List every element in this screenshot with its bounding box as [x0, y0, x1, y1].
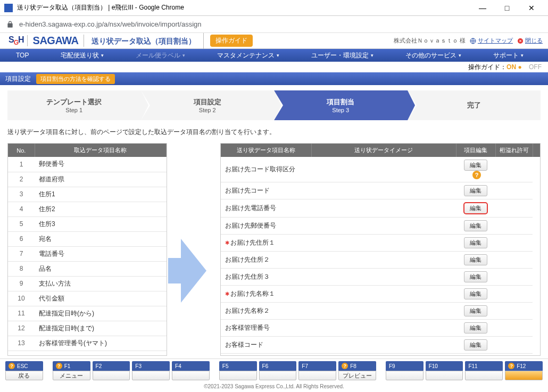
table-row[interactable]: 1郵便番号: [8, 157, 167, 172]
fk-label: F5: [219, 361, 257, 371]
nav-item[interactable]: メール便ラベル▾: [120, 49, 201, 62]
table-row[interactable]: 2都道府県: [8, 172, 167, 187]
guide-on[interactable]: ON: [507, 63, 516, 71]
nav-item[interactable]: ユーザー・環境設定▾: [295, 49, 389, 62]
table-row[interactable]: 7電話番号: [8, 246, 167, 261]
edit-button[interactable]: 編集: [464, 305, 487, 316]
edit-button[interactable]: 編集: [463, 202, 488, 214]
fk-button: [465, 371, 503, 380]
row-no: 4: [8, 202, 35, 216]
fk-button[interactable]: メニュー: [53, 371, 90, 380]
row-no: 5: [8, 216, 35, 231]
sitemap-link[interactable]: サイトマップ: [478, 37, 513, 44]
fk-label: F3: [132, 361, 170, 371]
row-name: お客様コード: [221, 337, 311, 354]
fk-button[interactable]: プレビュー: [338, 371, 376, 380]
minimize-button[interactable]: —: [470, 0, 495, 16]
fk-button: [132, 371, 170, 380]
table-row: お届け先名称２編集: [221, 303, 540, 320]
confirm-method-button[interactable]: 項目割当の方法を確認する: [36, 74, 115, 84]
right-table: 送り状データ項目名称送り状データイメージ項目編集桁溢れ許可 お届け先コード取得区…: [221, 144, 540, 356]
row-overflow-cell: [495, 252, 533, 269]
operation-guide-button[interactable]: 操作ガイド: [210, 35, 253, 47]
table-row[interactable]: 4住所2: [8, 202, 167, 216]
row-name: お届け先コード: [221, 182, 311, 199]
table-row: お客様管理番号編集: [221, 320, 540, 337]
table-row[interactable]: 8品名: [8, 261, 167, 276]
table-row[interactable]: 6宛名: [8, 231, 167, 246]
row-image: [311, 269, 456, 286]
nav-item[interactable]: 宅配便送り状▾: [45, 49, 120, 62]
edit-button[interactable]: 編集: [464, 322, 487, 333]
footer: ©2021-2023 Sagawa Express Co.,Ltd. All R…: [0, 381, 548, 392]
edit-button[interactable]: 編集: [464, 288, 487, 299]
row-overflow-cell: [495, 303, 533, 320]
page-title: 送り状データ取込（項目割当）: [84, 33, 204, 49]
favicon: [4, 4, 13, 12]
edit-button[interactable]: 編集: [464, 254, 487, 265]
guide-off[interactable]: OFF: [529, 63, 542, 71]
table-row: お届け先住所２編集: [221, 252, 540, 269]
close-link[interactable]: 閉じる: [525, 37, 543, 44]
nav-item[interactable]: その他のサービス▾: [389, 49, 477, 62]
row-no: 8: [8, 261, 35, 276]
close-window-button[interactable]: ✕: [519, 0, 544, 16]
left-table: No.取込データ項目名称 1郵便番号2都道府県3住所14住所25住所36宛名7電…: [8, 144, 167, 351]
row-name: 配達指定日時(まで): [35, 321, 167, 336]
row-edit-cell: 編集: [456, 269, 495, 286]
table-row[interactable]: 3住所1: [8, 187, 167, 202]
row-no: 13: [8, 336, 35, 351]
row-image: [311, 286, 456, 303]
maximize-button[interactable]: □: [495, 0, 519, 16]
url-text: e-hiden3.sagawa-exp.co.jp/a/nsx/web/invo…: [19, 20, 202, 28]
step: 項目割当Step 3: [274, 90, 408, 120]
right-table-wrap[interactable]: 送り状データ項目名称送り状データイメージ項目編集桁溢れ許可 お届け先コード取得区…: [220, 143, 541, 356]
row-edit-cell: 編集: [456, 303, 495, 320]
nav-item[interactable]: サポート▾: [477, 49, 539, 62]
row-image: [311, 199, 456, 218]
table-row[interactable]: 12配達指定日時(まで): [8, 321, 167, 336]
row-name: お届け先郵便番号: [221, 218, 311, 235]
row-no: 7: [8, 246, 35, 261]
close-circle-icon: [517, 38, 524, 44]
help-icon[interactable]: ?: [472, 171, 481, 179]
table-row[interactable]: 11配達指定日時(から): [8, 306, 167, 321]
table-row[interactable]: 9支払い方法: [8, 276, 167, 291]
fk-label: F2: [93, 361, 130, 371]
edit-button[interactable]: 編集: [464, 160, 487, 171]
row-edit-cell: 編集: [456, 320, 495, 337]
row-name: 郵便番号: [35, 157, 167, 172]
row-no: 2: [8, 172, 35, 187]
row-no: 12: [8, 321, 35, 336]
edit-button[interactable]: 編集: [464, 271, 487, 282]
edit-button[interactable]: 編集: [464, 220, 487, 231]
table-row[interactable]: 5住所3: [8, 216, 167, 231]
row-no: 10: [8, 291, 35, 306]
row-overflow-cell: [495, 182, 533, 199]
section-bar: 項目設定 項目割当の方法を確認する: [0, 72, 548, 85]
row-overflow-cell: [495, 286, 533, 303]
main-nav: TOP宅配便送り状▾メール便ラベル▾マスタメンテナンス▾ユーザー・環境設定▾その…: [0, 49, 548, 62]
table-row[interactable]: 10代引金額: [8, 291, 167, 306]
table-row[interactable]: 13お客様管理番号(ヤマト): [8, 336, 167, 351]
fk-label: ?F1: [53, 361, 90, 371]
row-name: 住所3: [35, 216, 167, 231]
nav-item[interactable]: マスタメンテナンス▾: [201, 49, 295, 62]
edit-button[interactable]: 編集: [464, 237, 487, 248]
left-table-wrap[interactable]: No.取込データ項目名称 1郵便番号2都道府県3住所14住所25住所36宛名7電…: [7, 143, 167, 356]
table-header: 項目編集: [456, 144, 495, 157]
edit-button[interactable]: 編集: [464, 339, 487, 351]
nav-item[interactable]: TOP: [0, 49, 45, 62]
row-image: [311, 252, 456, 269]
brand-sgh: SGH: [5, 35, 28, 46]
function-key-bar: ?ESC?F1F2F3F4F5F6F7?F8F9F10F11?F12 戻るメニュ…: [0, 361, 548, 380]
row-name: お届け先住所３: [221, 269, 311, 286]
fk-button[interactable]: 戻る: [5, 371, 43, 380]
table-header: [533, 144, 540, 157]
table-row: お届け先名称１編集: [221, 286, 540, 303]
table-row: お届け先コード編集: [221, 182, 540, 199]
brand-sagawa: SAGAWA: [28, 35, 85, 47]
table-row: 部署ご担当者コード取得区分編集: [221, 354, 540, 356]
edit-button[interactable]: 編集: [464, 185, 487, 196]
table-header: 送り状データイメージ: [311, 144, 456, 157]
